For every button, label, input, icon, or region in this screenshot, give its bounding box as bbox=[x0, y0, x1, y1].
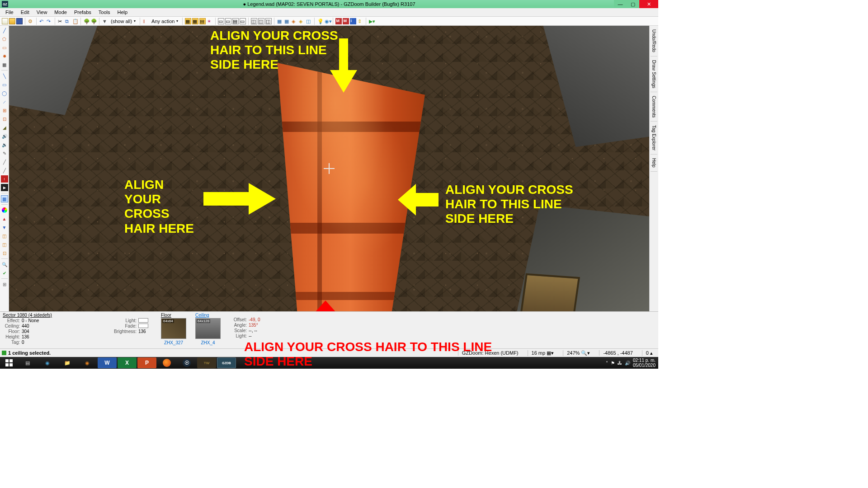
action-dropdown[interactable]: Any action bbox=[150, 19, 180, 24]
tray-chevron-icon[interactable]: ˄ bbox=[606, 361, 608, 366]
status-zoom[interactable]: 247% 🔍▾ bbox=[563, 350, 594, 356]
app-explorer-icon[interactable]: 📁 bbox=[58, 357, 77, 368]
floor-texture-preview[interactable]: 64x64 bbox=[161, 318, 186, 339]
menu-prefabs[interactable]: Prefabs bbox=[71, 9, 95, 16]
menu-mode[interactable]: Mode bbox=[51, 9, 71, 16]
play-icon[interactable]: ▶▾ bbox=[368, 18, 375, 24]
draw-grid-icon[interactable]: ⊞ bbox=[1, 107, 8, 114]
grid2-icon[interactable]: ▦ bbox=[284, 18, 290, 24]
copy-icon[interactable]: ⧉ bbox=[65, 18, 71, 24]
tree-icon[interactable]: 🌳 bbox=[83, 18, 90, 24]
sound2-icon[interactable]: 🔉 bbox=[1, 141, 8, 148]
menu-edit[interactable]: Edit bbox=[17, 9, 33, 16]
tab-tag-explorer[interactable]: Tag Explorer bbox=[651, 122, 657, 155]
linedefs-mode-icon[interactable]: ⬠ bbox=[1, 35, 8, 42]
grid4-icon[interactable]: ◈ bbox=[298, 18, 305, 24]
edit3-icon[interactable]: ╱ bbox=[1, 167, 8, 174]
draw-slopes-icon[interactable]: ◢ bbox=[1, 124, 8, 131]
panel1-icon[interactable]: ▭ bbox=[218, 18, 224, 24]
start-button[interactable] bbox=[1, 357, 17, 368]
grid5-icon[interactable]: ◫ bbox=[306, 18, 312, 24]
panel4-icon[interactable]: ▭ bbox=[240, 18, 246, 24]
things-mode-icon[interactable]: ✹ bbox=[1, 52, 8, 60]
search-icon[interactable]: 🔍 bbox=[1, 261, 8, 268]
undo-icon[interactable]: ↶ bbox=[39, 18, 45, 24]
grid3-icon[interactable]: ◈ bbox=[291, 18, 297, 24]
tab-comments[interactable]: Comments bbox=[651, 92, 657, 122]
tab-help[interactable]: Help bbox=[651, 155, 657, 172]
misc-icon[interactable]: ⊞ bbox=[1, 281, 8, 288]
app-wmp-icon[interactable]: ◉ bbox=[78, 357, 97, 368]
test-icon[interactable]: ▶ bbox=[1, 184, 8, 191]
viewmode4-icon[interactable]: ✶ bbox=[207, 18, 213, 24]
mark2-icon[interactable]: ◫ bbox=[1, 241, 8, 248]
draw-line-icon[interactable]: ╲ bbox=[1, 72, 8, 80]
visual-mode-icon[interactable]: ▦ bbox=[1, 61, 8, 68]
status-grid[interactable]: 16 mp ▦▾ bbox=[528, 350, 558, 356]
error-icon[interactable]: ! bbox=[1, 175, 8, 183]
grid1-icon[interactable]: ▦ bbox=[277, 18, 283, 24]
sectors-mode-icon[interactable]: ▭ bbox=[1, 44, 8, 51]
script-icon[interactable]: ⚙ bbox=[28, 18, 34, 24]
maximize-button[interactable]: ▢ bbox=[627, 0, 639, 8]
close-button[interactable]: ✕ bbox=[639, 0, 658, 8]
tab-draw-settings[interactable]: Draw Settings bbox=[651, 56, 657, 92]
tray-volume-icon[interactable]: 🔊 bbox=[625, 361, 630, 366]
snap3-icon[interactable]: ◫ bbox=[265, 18, 272, 24]
paste-icon[interactable]: 📋 bbox=[72, 18, 78, 24]
tree2-icon[interactable]: 🌳 bbox=[90, 18, 97, 24]
tray-flag-icon[interactable]: ⚑ bbox=[611, 361, 615, 366]
color2-icon[interactable]: ▲ bbox=[1, 215, 8, 222]
draw-ellipse-icon[interactable]: ◯ bbox=[1, 89, 8, 97]
new-icon[interactable] bbox=[2, 18, 8, 24]
info4-icon[interactable]: ⇕ bbox=[357, 18, 363, 24]
bulb-icon[interactable]: 💡▾ bbox=[317, 18, 323, 24]
app-game-icon[interactable]: TW bbox=[197, 357, 216, 368]
sound-icon[interactable]: 🔊 bbox=[1, 132, 8, 140]
check-icon[interactable]: ✔ bbox=[1, 269, 8, 277]
app-powerpoint-icon[interactable]: P bbox=[137, 357, 156, 368]
menu-help[interactable]: Help bbox=[114, 9, 132, 16]
app-steam-icon[interactable]: ⦿ bbox=[177, 357, 196, 368]
redo-icon[interactable]: ↷ bbox=[46, 18, 52, 24]
mark1-icon[interactable]: ◫ bbox=[1, 232, 8, 239]
info2-icon[interactable]: M bbox=[343, 18, 349, 24]
filter-dropdown[interactable]: (show all) bbox=[109, 19, 137, 24]
edit2-icon[interactable]: ╱ bbox=[1, 158, 8, 165]
edit1-icon[interactable]: ✎ bbox=[1, 150, 8, 157]
color3-icon[interactable]: ▼ bbox=[1, 224, 8, 231]
app-firefox-icon[interactable] bbox=[157, 357, 176, 368]
task-view-icon[interactable]: ▤ bbox=[18, 357, 37, 368]
draw-rect-icon[interactable]: ▭ bbox=[1, 81, 8, 88]
app-word-icon[interactable]: W bbox=[98, 357, 117, 368]
ceil-texture-preview[interactable]: 64x128 bbox=[195, 318, 221, 339]
viewmode3-icon[interactable]: ▤ bbox=[199, 18, 206, 24]
app-excel-icon[interactable]: X bbox=[118, 357, 137, 368]
minimize-button[interactable]: — bbox=[614, 0, 627, 8]
mark3-icon[interactable]: ⊡ bbox=[1, 249, 8, 257]
app-deluge-icon[interactable]: ◉ bbox=[38, 357, 57, 368]
open-icon[interactable] bbox=[9, 18, 15, 24]
visual-mode-viewport[interactable]: ALIGN YOUR CROSS HAIR TO THIS LINE SIDE … bbox=[9, 26, 649, 311]
info1-icon[interactable]: M bbox=[335, 18, 342, 24]
save-icon[interactable] bbox=[16, 18, 23, 24]
vertices-mode-icon[interactable]: ╱ bbox=[1, 27, 8, 34]
menu-file[interactable]: File bbox=[2, 9, 17, 16]
system-tray[interactable]: ˄ ⚑ 🖧 🔊 02:11 p. m. 05/01/2020 bbox=[606, 358, 657, 368]
insert-things-icon[interactable]: ⊡ bbox=[1, 115, 8, 122]
menu-tools[interactable]: Tools bbox=[95, 9, 114, 16]
cut-icon[interactable]: ✂ bbox=[57, 18, 64, 24]
snap2-icon[interactable]: ◫ bbox=[258, 18, 264, 24]
action-icon[interactable]: ⫴ bbox=[142, 18, 149, 24]
snap1-icon[interactable]: ◫ bbox=[251, 18, 257, 24]
tab-undo-redo[interactable]: Undo/Redo bbox=[651, 26, 657, 56]
color1-icon[interactable] bbox=[1, 206, 8, 214]
filter-icon[interactable]: ▼ bbox=[102, 18, 108, 24]
tray-network-icon[interactable]: 🖧 bbox=[618, 361, 622, 366]
panel2-icon[interactable]: ▭ bbox=[225, 18, 231, 24]
draw-curve-icon[interactable]: ⟋ bbox=[1, 98, 8, 105]
panel3-icon[interactable]: ▤ bbox=[232, 18, 239, 24]
app-gzdb-icon[interactable]: GZDB bbox=[217, 357, 236, 368]
selected-mode-icon[interactable]: ▦ bbox=[1, 195, 8, 202]
menu-view[interactable]: View bbox=[33, 9, 51, 16]
